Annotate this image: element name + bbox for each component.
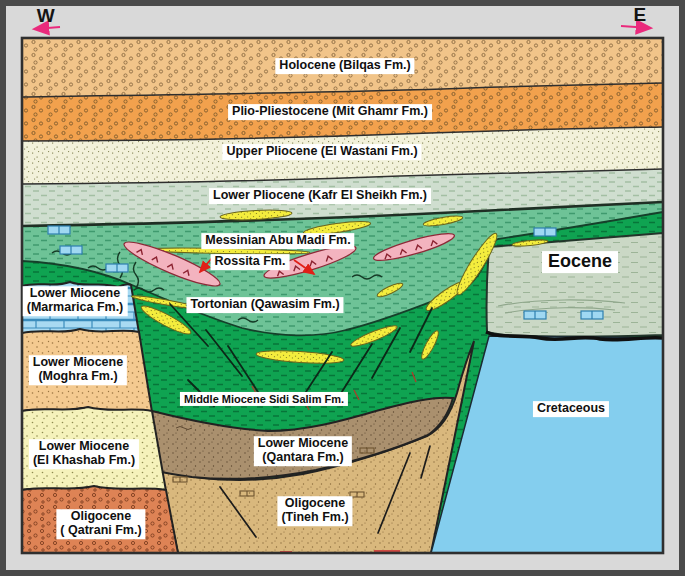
label-lower-pliocene: Lower Pliocene (Kafr El Sheikh Fm.) xyxy=(209,188,431,204)
label-moghra-line1: Lower Miocene xyxy=(33,355,123,369)
label-sidi-salim: Middle Miocene Sidi Salim Fm. xyxy=(180,392,348,406)
label-moghra: Lower Miocene (Moghra Fm.) xyxy=(29,355,127,385)
label-qantara-line1: Lower Miocene xyxy=(258,436,348,450)
compass-east: E xyxy=(633,4,646,26)
label-plio-pleistocene: Plio-Pliestocene (Mit Ghamr Fm.) xyxy=(228,104,432,120)
geological-cross-section: W E Holocene (Bilqas Fm.) Plio-Pliestoce… xyxy=(0,0,685,576)
label-cretaceous: Cretaceous xyxy=(533,401,609,417)
label-el-khashab-line1: Lower Miocene xyxy=(39,439,129,453)
west-arrow-icon xyxy=(35,27,60,29)
label-upper-pliocene: Upper Pliocene (El Wastani Fm.) xyxy=(222,144,421,160)
label-marmarica-line1: Lower Miocene xyxy=(30,286,120,300)
label-rossita: Rossita Fm. xyxy=(211,254,290,270)
label-marmarica-line2: (Marmarica Fm.) xyxy=(27,300,124,314)
label-eocene: Eocene xyxy=(542,251,618,273)
label-tortonian: Tortonian (Qawasim Fm.) xyxy=(186,297,343,313)
label-messinian: Messinian Abu Madi Fm. xyxy=(201,233,354,249)
label-el-khashab: Lower Miocene (El Khashab Fm.) xyxy=(29,439,139,469)
label-qatrani-line2: ( Qatrani Fm.) xyxy=(60,523,141,537)
label-tineh-line2: (Tineh Fm.) xyxy=(281,510,348,524)
label-qatrani: Oligocene ( Qatrani Fm.) xyxy=(56,509,145,539)
label-holocene: Holocene (Bilqas Fm.) xyxy=(275,58,414,74)
label-moghra-line2: (Moghra Fm.) xyxy=(38,369,117,383)
label-qantara-line2: (Qantara Fm.) xyxy=(262,450,343,464)
label-tineh: Oligocene (Tineh Fm.) xyxy=(277,496,352,526)
label-marmarica: Lower Miocene (Marmarica Fm.) xyxy=(23,286,128,316)
label-qatrani-line1: Oligocene xyxy=(71,509,131,523)
label-qantara: Lower Miocene (Qantara Fm.) xyxy=(254,436,352,466)
label-el-khashab-line2: (El Khashab Fm.) xyxy=(33,453,135,467)
east-arrow-icon xyxy=(621,26,650,28)
region-eocene xyxy=(487,233,663,337)
compass-west: W xyxy=(37,5,55,27)
label-tineh-line1: Oligocene xyxy=(285,496,345,510)
compass-arrows xyxy=(35,26,650,29)
